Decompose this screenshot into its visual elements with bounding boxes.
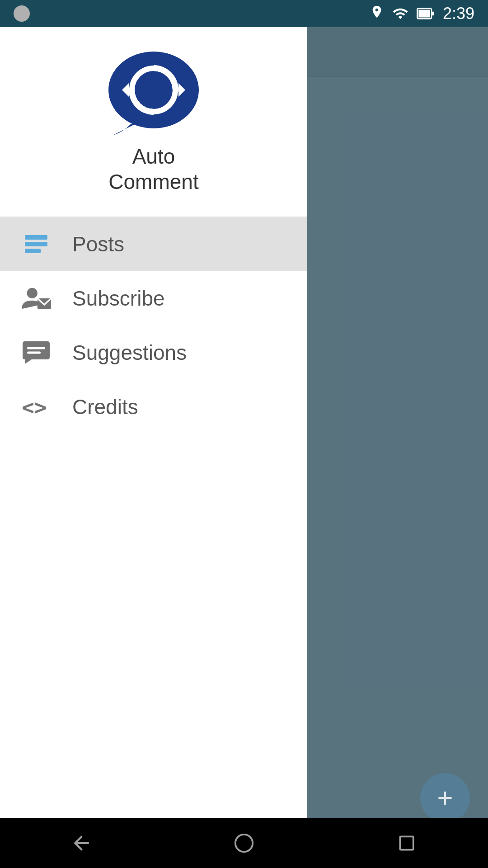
- svg-rect-17: [400, 836, 413, 849]
- fab-add-button[interactable]: +: [420, 773, 470, 823]
- suggestions-label: Suggestions: [72, 340, 187, 365]
- app-logo-icon: [104, 49, 203, 140]
- svg-rect-13: [27, 347, 45, 349]
- app-name-text: Auto Comment: [108, 144, 198, 194]
- credits-label: Credits: [72, 395, 138, 419]
- svg-point-11: [27, 288, 37, 298]
- svg-rect-14: [27, 352, 41, 354]
- posts-icon: [18, 226, 54, 262]
- menu-item-subscribe[interactable]: Subscribe: [0, 271, 307, 326]
- svg-rect-2: [432, 12, 434, 16]
- status-dot-icon: [14, 5, 30, 22]
- status-bar: 2:39: [0, 0, 488, 27]
- status-bar-left: [14, 5, 30, 22]
- svg-text:<>: <>: [22, 395, 47, 419]
- svg-rect-8: [25, 235, 47, 240]
- svg-rect-10: [25, 249, 41, 253]
- drawer-menu: Posts Subscribe: [0, 217, 307, 868]
- suggestions-icon: [18, 335, 54, 371]
- signal-icon: [392, 5, 408, 22]
- fab-plus-icon: +: [437, 784, 453, 811]
- svg-rect-9: [25, 242, 47, 246]
- status-time: 2:39: [443, 4, 474, 23]
- recent-apps-button[interactable]: [380, 825, 434, 861]
- home-button[interactable]: [217, 825, 271, 861]
- posts-label: Posts: [72, 232, 124, 256]
- menu-item-credits[interactable]: <> Credits: [0, 380, 307, 434]
- drawer-overlay[interactable]: [307, 27, 488, 818]
- drawer-header: Auto Comment: [0, 27, 307, 217]
- subscribe-icon: [18, 280, 54, 316]
- svg-point-16: [235, 835, 253, 852]
- menu-item-posts[interactable]: Posts: [0, 217, 307, 271]
- menu-item-suggestions[interactable]: Suggestions: [0, 326, 307, 380]
- battery-icon: [417, 5, 435, 22]
- status-bar-right: 2:39: [370, 4, 474, 23]
- location-icon: [370, 5, 384, 23]
- back-button[interactable]: [54, 825, 108, 861]
- credits-icon: <>: [18, 389, 54, 425]
- subscribe-label: Subscribe: [72, 286, 165, 311]
- nav-drawer: Auto Comment Posts: [0, 27, 307, 868]
- svg-rect-1: [418, 9, 430, 17]
- nav-bar: [0, 818, 488, 868]
- logo-container: Auto Comment: [104, 49, 203, 194]
